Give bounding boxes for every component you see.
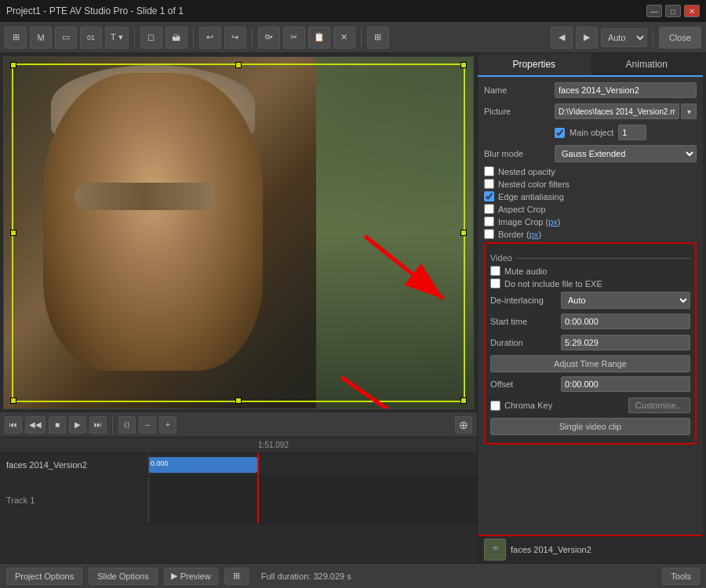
- sep4: [361, 28, 362, 47]
- full-duration-text: Full duration: 329.029 s: [261, 572, 351, 581]
- nested-opacity-checkbox[interactable]: [484, 166, 494, 176]
- tl-to-end-btn[interactable]: ⏭: [89, 416, 107, 434]
- minimize-btn[interactable]: —: [646, 5, 662, 17]
- undo-btn[interactable]: ↩: [199, 27, 221, 49]
- slide-options-btn[interactable]: Slide Options: [89, 568, 157, 585]
- grid-icon-btn[interactable]: ⊞: [5, 27, 27, 49]
- image-crop-checkbox[interactable]: [484, 216, 494, 227]
- chroma-key-row: Chroma Key Customise...: [490, 397, 690, 414]
- tab-properties[interactable]: Properties: [478, 53, 591, 77]
- video-clip[interactable]: [149, 457, 257, 473]
- copy-frames-btn[interactable]: ⧉▾: [258, 27, 280, 49]
- name-label: Name: [484, 85, 555, 95]
- nav-next-btn[interactable]: ▶: [576, 27, 598, 49]
- tl-to-start-btn[interactable]: ⏮: [5, 416, 22, 434]
- project-options-btn[interactable]: Project Options: [6, 568, 82, 585]
- preview-btn[interactable]: ▶ Preview: [164, 568, 218, 585]
- preview-play-icon: ▶: [171, 571, 177, 581]
- border-label: Border (px): [498, 230, 541, 239]
- grid3-btn[interactable]: ⊞: [367, 27, 389, 49]
- mute-audio-checkbox[interactable]: [490, 266, 500, 276]
- image-crop-label: Image Crop (px): [498, 217, 561, 227]
- name-row: Name: [484, 82, 697, 99]
- edge-antialias-checkbox[interactable]: [484, 191, 494, 201]
- tl-scroll-end-btn[interactable]: ⊕: [455, 416, 472, 434]
- main-object-value[interactable]: [618, 125, 646, 140]
- tl-zoom-in-btn[interactable]: +: [159, 416, 176, 434]
- m-btn[interactable]: M: [30, 27, 52, 49]
- timeline-tracks: faces 2014_Version2 0.000 Track 1: [0, 453, 477, 524]
- nested-color-checkbox[interactable]: [484, 179, 494, 189]
- no-include-checkbox[interactable]: [490, 278, 500, 289]
- image-crop-row: Image Crop (px): [484, 216, 697, 227]
- aspect-crop-checkbox[interactable]: [484, 204, 494, 214]
- offset-input[interactable]: [561, 376, 690, 392]
- border-link[interactable]: px: [530, 230, 539, 239]
- white-rect-btn[interactable]: ◻: [140, 27, 162, 49]
- picture-input[interactable]: [555, 103, 679, 119]
- blur-mode-select[interactable]: Gauss Extended None Gauss: [555, 145, 697, 162]
- picture-label: Picture: [484, 107, 555, 116]
- rect-btn[interactable]: ▭: [55, 27, 77, 49]
- blur-mode-row: Blur mode Gauss Extended None Gauss: [484, 145, 697, 162]
- tab-animation[interactable]: Animation: [591, 53, 704, 77]
- duration-input[interactable]: [561, 335, 690, 350]
- tl-trim-btn[interactable]: ⟨⟩: [118, 416, 136, 434]
- zoom-dropdown[interactable]: Auto 100% 75% 50%: [601, 28, 647, 47]
- adjust-time-btn[interactable]: Adjust Time Range: [490, 355, 690, 372]
- tl-prev-btn[interactable]: ◀◀: [25, 416, 45, 434]
- image-crop-link[interactable]: px: [548, 217, 558, 227]
- sep2: [193, 28, 194, 47]
- slide-canvas[interactable]: [3, 56, 474, 409]
- tl-play-btn[interactable]: ▶: [69, 416, 86, 434]
- name-input[interactable]: [555, 82, 697, 98]
- binary-btn[interactable]: 01: [80, 27, 102, 49]
- nav-prev-btn[interactable]: ◀: [551, 27, 573, 49]
- redo-btn[interactable]: ↪: [224, 27, 246, 49]
- property-content: Name Picture ▾ Main object: [478, 77, 703, 535]
- nested-opacity-row: Nested opacity: [484, 166, 697, 176]
- maximize-btn[interactable]: □: [665, 5, 681, 17]
- mountain-btn[interactable]: 🏔: [166, 27, 187, 49]
- text-tool-btn[interactable]: T ▾: [105, 27, 129, 49]
- timeline-time-marker: 1:51.092: [258, 441, 289, 449]
- start-time-input[interactable]: [561, 314, 690, 329]
- sep5: [653, 28, 653, 47]
- no-include-row: Do not include file to EXE: [490, 278, 690, 289]
- tl-zoom-out-btn[interactable]: –: [139, 416, 156, 434]
- titlebar: Project1 - PTE AV Studio Pro - Slide 1 o…: [0, 0, 706, 22]
- chroma-key-checkbox[interactable]: [490, 401, 500, 411]
- deinterlace-select[interactable]: Auto None Top Field First Bottom Field F…: [561, 292, 690, 309]
- blur-mode-label: Blur mode: [484, 149, 555, 158]
- statusbar: Project Options Slide Options ▶ Preview …: [0, 563, 706, 588]
- tl-sep1: [112, 416, 113, 434]
- cut-btn[interactable]: ✂: [283, 27, 305, 49]
- deinterlace-row: De-interlacing Auto None Top Field First…: [490, 292, 690, 309]
- customise-btn[interactable]: Customise...: [628, 397, 690, 413]
- tools-btn[interactable]: Tools: [662, 568, 700, 585]
- toolbar: ⊞ M ▭ 01 T ▾ ◻ 🏔 ↩ ↪ ⧉▾ ✂ 📋 ✕ ⊞ ◀ ▶ Auto…: [0, 22, 706, 53]
- edge-antialias-label: Edge antialiasing: [498, 192, 564, 201]
- close-slide-btn[interactable]: Close: [659, 27, 701, 49]
- duration-row: Duration: [490, 334, 690, 351]
- no-include-label: Do not include file to EXE: [504, 279, 602, 289]
- close-window-btn[interactable]: ✕: [684, 5, 700, 17]
- nested-color-row: Nested color filters: [484, 179, 697, 189]
- nested-opacity-label: Nested opacity: [498, 167, 555, 176]
- playhead-line-track1: [257, 477, 259, 523]
- delete-btn[interactable]: ✕: [333, 27, 355, 49]
- border-checkbox[interactable]: [484, 229, 494, 239]
- track1-content[interactable]: [149, 477, 477, 523]
- playhead-line: [257, 453, 259, 476]
- offset-label: Offset: [490, 379, 561, 389]
- paste-btn[interactable]: 📋: [308, 27, 330, 49]
- start-time-row: Start time: [490, 313, 690, 330]
- mute-audio-row: Mute audio: [490, 266, 690, 276]
- preview-grid-btn[interactable]: ⊞: [224, 568, 249, 585]
- single-video-btn[interactable]: Single video clip: [490, 418, 690, 435]
- track1-label: Track 1: [0, 477, 149, 523]
- track-clip-timeline[interactable]: 0.000: [149, 453, 477, 476]
- picture-browse-btn[interactable]: ▾: [681, 103, 697, 119]
- main-object-checkbox[interactable]: [555, 128, 565, 138]
- tl-stop-btn[interactable]: ■: [49, 416, 66, 434]
